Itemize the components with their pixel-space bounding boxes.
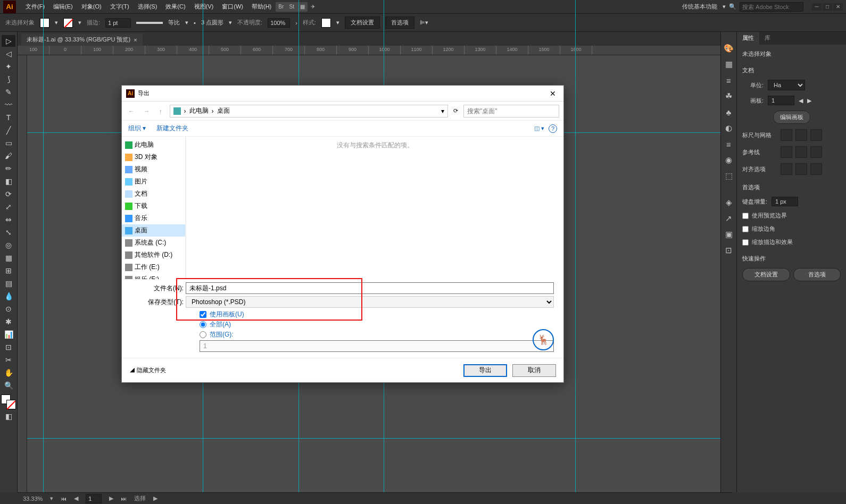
pen-tool[interactable]: ✎: [2, 86, 15, 98]
color-panel-icon[interactable]: 🎨: [723, 43, 735, 54]
prefs-quick-button[interactable]: 首选项: [793, 268, 841, 281]
dialog-search[interactable]: [463, 105, 559, 117]
folder-tree[interactable]: 此电脑 3D 对象 视频 图片 文档 下载 音乐 桌面 系统盘 (C:) 其他软…: [122, 137, 186, 279]
opacity-input[interactable]: [268, 18, 290, 28]
menu-help[interactable]: 帮助(H): [247, 1, 276, 12]
appearance-panel-icon[interactable]: ◉: [723, 154, 735, 166]
menu-window[interactable]: 窗口(W): [218, 1, 247, 12]
range-radio[interactable]: [200, 331, 206, 338]
cancel-button[interactable]: 取消: [512, 364, 556, 377]
tree-item[interactable]: 文档: [122, 188, 185, 200]
savetype-select[interactable]: Photoshop (*.PSD): [186, 296, 554, 308]
stock-search[interactable]: [740, 2, 803, 12]
scale-tool[interactable]: ⤢: [2, 201, 15, 213]
close-icon[interactable]: ✕: [833, 3, 843, 11]
help-icon[interactable]: ?: [549, 124, 557, 133]
artboard-tool[interactable]: ⊡: [2, 341, 15, 353]
scale-corners-check[interactable]: 缩放边角: [742, 225, 841, 233]
edit-artboard-button[interactable]: 编辑画板: [773, 111, 810, 124]
breadcrumb-root[interactable]: 此电脑: [189, 106, 209, 115]
tree-item[interactable]: 系统盘 (C:): [122, 237, 185, 249]
direct-selection-tool[interactable]: ◁: [2, 48, 15, 60]
symbols-panel-icon[interactable]: ☘: [723, 90, 735, 102]
transparency-grid-icon[interactable]: [810, 129, 822, 141]
prev-artboard-icon[interactable]: ◀: [74, 495, 78, 502]
zoom-level[interactable]: 33.33%: [23, 495, 43, 502]
doc-setup-button[interactable]: 文档设置: [345, 16, 380, 29]
type-tool[interactable]: T: [2, 112, 15, 123]
smart-guides-icon[interactable]: [795, 146, 807, 158]
unit-select[interactable]: Ha: [768, 80, 805, 90]
dialog-close-button[interactable]: ✕: [546, 87, 559, 100]
stock-icon[interactable]: St: [286, 2, 297, 12]
nav-forward-icon[interactable]: →: [142, 108, 152, 114]
minimize-icon[interactable]: ─: [812, 3, 822, 11]
breadcrumb-folder[interactable]: 桌面: [217, 106, 230, 115]
align-icon-1[interactable]: [781, 163, 792, 175]
stroke-weight[interactable]: [105, 18, 131, 28]
view-mode-icon[interactable]: ◫ ▾: [534, 125, 544, 132]
hide-folders-toggle[interactable]: ◢ 隐藏文件夹: [129, 366, 166, 374]
swatches-panel-icon[interactable]: ▦: [723, 58, 735, 70]
document-tab[interactable]: 未标题-1.ai @ 33.33% (RGB/GPU 预览) ×: [21, 33, 143, 46]
free-transform-tool[interactable]: ⤡: [2, 226, 15, 238]
align-icon[interactable]: ⊫▾: [420, 19, 428, 26]
next-artboard-icon[interactable]: ▶: [109, 495, 113, 502]
maximize-icon[interactable]: □: [823, 3, 832, 11]
brush-label[interactable]: 3 点圆形: [201, 19, 223, 27]
artboards-panel-icon[interactable]: ▣: [723, 229, 735, 240]
key-increment-input[interactable]: [772, 197, 798, 206]
slice-tool[interactable]: ✂: [2, 354, 15, 366]
tree-item[interactable]: 音乐: [122, 212, 185, 224]
menu-view[interactable]: 视图(V): [190, 1, 218, 12]
docsetup-quick-button[interactable]: 文档设置: [742, 268, 790, 281]
gpu-icon[interactable]: ✈: [308, 2, 318, 12]
tree-item[interactable]: 下载: [122, 200, 185, 212]
search-icon[interactable]: 🔍: [729, 3, 736, 10]
menu-edit[interactable]: 编辑(E): [49, 1, 77, 12]
mesh-tool[interactable]: ⊞: [2, 265, 15, 276]
line-tool[interactable]: ╱: [2, 124, 15, 136]
menu-object[interactable]: 对象(O): [77, 1, 106, 12]
scale-strokes-check[interactable]: 缩放描边和效果: [742, 238, 841, 246]
layers-panel-icon[interactable]: ◈: [723, 197, 735, 208]
brush-tool[interactable]: 🖌: [2, 150, 15, 162]
menu-select[interactable]: 选择(S): [134, 1, 162, 12]
artboard-number[interactable]: [768, 96, 794, 105]
prefs-button[interactable]: 首选项: [385, 16, 414, 29]
shaper-tool[interactable]: ✏: [2, 163, 15, 174]
style-swatch[interactable]: [321, 18, 331, 28]
bridge-icon[interactable]: Br: [276, 2, 286, 12]
tree-item-selected[interactable]: 桌面: [122, 224, 185, 237]
menu-effect[interactable]: 效果(C): [161, 1, 189, 12]
symbol-sprayer-tool[interactable]: ✱: [2, 316, 15, 327]
snap-icon[interactable]: [810, 146, 822, 158]
magic-wand-tool[interactable]: ✦: [2, 61, 15, 72]
graph-tool[interactable]: 📊: [2, 329, 15, 340]
shape-builder-tool[interactable]: ◎: [2, 239, 15, 251]
stroke-profile[interactable]: [136, 22, 163, 24]
menu-text[interactable]: 文字(T): [106, 1, 134, 12]
blend-tool[interactable]: ⊙: [2, 303, 15, 315]
nav-up-icon[interactable]: ↑: [157, 108, 164, 114]
artboard-nav-input[interactable]: [86, 494, 102, 503]
menu-file[interactable]: 文件(F): [21, 1, 49, 12]
breadcrumb[interactable]: › 此电脑 › 桌面 ▾: [170, 105, 449, 117]
nav-back-icon[interactable]: ←: [126, 108, 136, 114]
tab-properties[interactable]: 属性: [737, 32, 759, 45]
eyedropper-tool[interactable]: 💧: [2, 290, 15, 302]
asset-export-icon[interactable]: ↗: [723, 213, 735, 224]
tree-item[interactable]: 图片: [122, 175, 185, 188]
zoom-tool[interactable]: 🔍: [2, 380, 15, 391]
ruler-icon[interactable]: [781, 129, 792, 141]
tree-item[interactable]: 娱乐 (F:): [122, 273, 185, 279]
gradient-tool[interactable]: ▤: [2, 278, 15, 289]
tree-item[interactable]: 工作 (E:): [122, 261, 185, 273]
stroke-swatch[interactable]: [63, 18, 73, 28]
width-tool[interactable]: ⇔: [2, 214, 15, 225]
brushes-panel-icon[interactable]: ≡: [723, 74, 735, 86]
filename-input[interactable]: [186, 282, 554, 294]
tree-item[interactable]: 其他软件 (D:): [122, 249, 185, 261]
grid-icon[interactable]: [795, 129, 807, 141]
links-panel-icon[interactable]: ⊡: [723, 245, 735, 256]
